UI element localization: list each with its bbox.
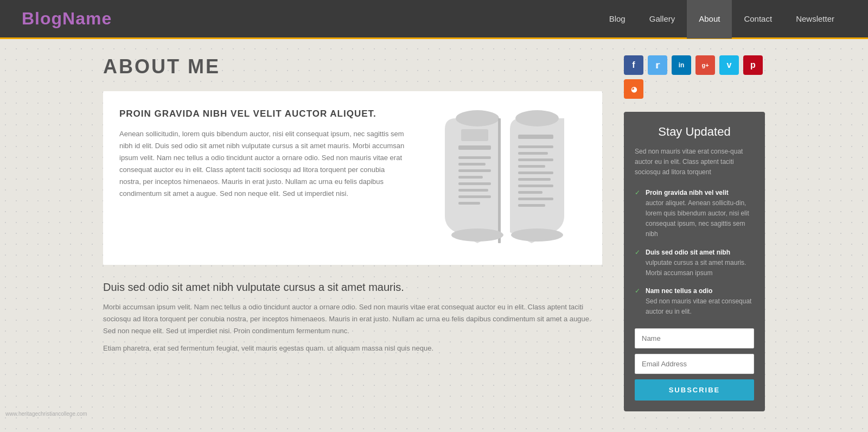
page-title: ABOUT ME (103, 55, 602, 78)
article-card: PROIN GRAVIDA NIBH VEL VELIT AUCTOR ALIQ… (103, 91, 602, 265)
svg-rect-14 (518, 152, 548, 155)
section2-body1: Morbi accumsan ipsum velit. Nam nec tell… (103, 301, 602, 337)
svg-rect-8 (458, 195, 491, 198)
nav-blog[interactable]: Blog (597, 0, 637, 39)
newsletter-box: Stay Updated Sed non mauris vitae erat c… (624, 112, 765, 411)
checklist-item-2-body: vulputate cursus a sit amet mauris. Morb… (646, 259, 746, 277)
svg-rect-13 (518, 145, 553, 148)
svg-rect-3 (458, 163, 486, 166)
svg-rect-19 (518, 185, 553, 187)
checklist-item-1-body: auctor aliquet. Aenean sollicitu-din, lo… (646, 199, 749, 238)
svg-rect-4 (458, 169, 491, 172)
checklist-item-2: Duis sed odio sit amet nibh vulputate cu… (635, 247, 754, 279)
svg-rect-15 (518, 158, 553, 161)
facebook-icon[interactable]: f (624, 55, 643, 75)
name-input[interactable] (635, 328, 754, 348)
nav-contact[interactable]: Contact (732, 0, 784, 39)
article-text: PROIN GRAVIDA NIBH VEL VELIT AUCTOR ALIQ… (119, 107, 407, 249)
logo-main: Blog (22, 9, 62, 28)
nav-newsletter[interactable]: Newsletter (784, 0, 846, 39)
vimeo-icon[interactable]: v (719, 55, 739, 75)
svg-point-24 (451, 228, 503, 242)
newsletter-checklist: Proin gravida nibh vel velit auctor aliq… (635, 188, 754, 317)
pinterest-icon[interactable]: p (743, 55, 763, 75)
book-illustration (423, 107, 586, 249)
section2: Duis sed odio sit amet nibh vulputate cu… (103, 281, 602, 354)
main-nav: Blog Gallery About Contact Newsletter (597, 0, 846, 39)
article-body: Aenean sollicitudin, lorem quis bibendum… (119, 128, 407, 200)
article-subtitle: PROIN GRAVIDA NIBH VEL VELIT AUCTOR ALIQ… (119, 107, 407, 120)
svg-rect-12 (518, 135, 553, 139)
svg-rect-5 (458, 176, 483, 179)
checklist-item-3-body: Sed non mauris vitae erat consequat auct… (646, 297, 751, 315)
svg-rect-9 (458, 202, 480, 205)
newsletter-title: Stay Updated (635, 125, 754, 139)
svg-rect-1 (458, 145, 491, 150)
sidebar: f 𝕣 in g+ v p ◕ Stay Updated Sed non mau… (624, 55, 765, 411)
checklist-item-2-title: Duis sed odio sit amet nibh (646, 247, 754, 258)
checklist-item-3-title: Nam nec tellus a odio (646, 286, 754, 296)
twitter-icon[interactable]: 𝕣 (648, 55, 667, 75)
site-logo: BlogName (22, 9, 112, 29)
site-header: BlogName Blog Gallery About Contact News… (0, 0, 868, 39)
watermark: www.heritagechristiancollege.com (5, 411, 87, 417)
main-content: ABOUT ME PROIN GRAVIDA NIBH VEL VELIT AU… (103, 55, 602, 411)
svg-rect-17 (518, 171, 553, 174)
newsletter-desc: Sed non mauris vitae erat conse-quat auc… (635, 147, 754, 178)
section2-body2: Etiam pharetra, erat sed fermentum feugi… (103, 342, 602, 354)
page-wrapper: ABOUT ME PROIN GRAVIDA NIBH VEL VELIT AU… (81, 39, 787, 432)
svg-rect-6 (458, 182, 491, 185)
svg-rect-18 (518, 178, 551, 181)
email-input[interactable] (635, 354, 754, 374)
googleplus-icon[interactable]: g+ (695, 55, 715, 75)
svg-rect-10 (461, 129, 488, 141)
svg-rect-23 (498, 118, 501, 243)
svg-rect-20 (518, 191, 542, 194)
svg-rect-22 (518, 204, 545, 207)
checklist-item-1: Proin gravida nibh vel velit auctor aliq… (635, 188, 754, 240)
svg-point-25 (511, 228, 563, 242)
svg-point-11 (515, 110, 559, 126)
social-icons-group: f 𝕣 in g+ v p ◕ (624, 55, 765, 99)
svg-point-0 (456, 110, 499, 126)
nav-gallery[interactable]: Gallery (637, 0, 687, 39)
nav-about[interactable]: About (687, 0, 732, 39)
subscribe-button[interactable]: SUBSCRIBE (635, 379, 754, 401)
checklist-item-1-title: Proin gravida nibh vel velit (646, 188, 754, 198)
book-svg (429, 107, 580, 249)
checklist-item-3: Nam nec tellus a odio Sed non mauris vit… (635, 286, 754, 317)
section2-title: Duis sed odio sit amet nibh vulputate cu… (103, 281, 602, 294)
rss-icon[interactable]: ◕ (624, 79, 643, 99)
svg-rect-7 (458, 189, 488, 192)
svg-rect-21 (518, 198, 553, 200)
svg-rect-2 (458, 156, 491, 159)
logo-accent: Name (62, 9, 112, 28)
svg-rect-16 (518, 165, 545, 168)
linkedin-icon[interactable]: in (672, 55, 691, 75)
